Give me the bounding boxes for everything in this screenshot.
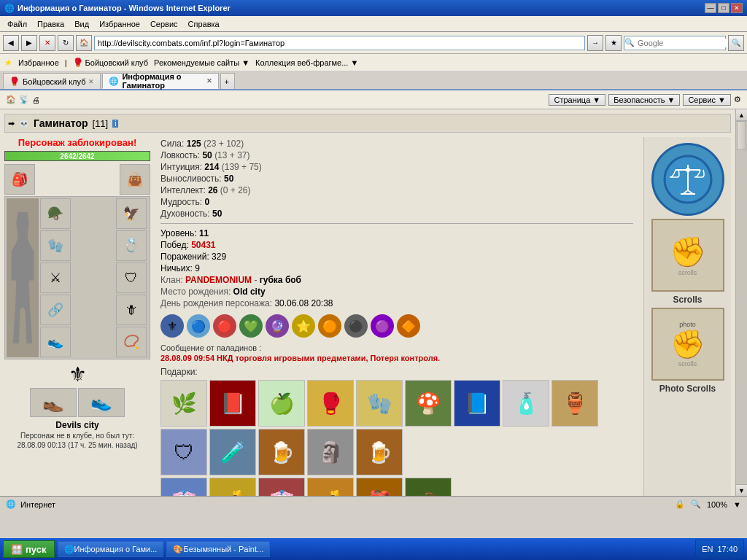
nav-right: Страница ▼ Безопасность ▼ Сервис ▼ ⚙ xyxy=(549,94,741,106)
scrollbar[interactable]: ▲ ▼ xyxy=(735,109,747,496)
photo-scrolls-icon: ✊ xyxy=(670,328,705,360)
fav-button[interactable]: ★ xyxy=(605,35,622,51)
scroll-thumb[interactable] xyxy=(737,121,746,150)
language-indicator: EN xyxy=(702,545,713,553)
clan-emblem-circle[interactable] xyxy=(651,143,724,216)
equipment-slot-ring[interactable]: 💍 xyxy=(116,230,147,261)
close-button[interactable]: ✕ xyxy=(731,3,743,13)
gift-16[interactable]: 👘 xyxy=(258,478,305,496)
gift-10[interactable]: 🧪 xyxy=(209,429,256,475)
nav-bar: 🏠 📡 🖨 Страница ▼ Безопасность ▼ Сервис ▼… xyxy=(0,90,747,109)
equipment-slot-wings[interactable]: 🦅 xyxy=(116,198,147,229)
gift-0[interactable]: 🌿 xyxy=(160,380,207,427)
gift-8[interactable]: 🏺 xyxy=(551,380,598,427)
maximize-button[interactable]: □ xyxy=(718,3,729,13)
badge-6[interactable]: 🟠 xyxy=(318,314,341,338)
badge-0[interactable]: ⚜ xyxy=(160,314,184,338)
gift-11[interactable]: 🍺 xyxy=(258,429,305,475)
gift-9[interactable]: 🛡 xyxy=(160,429,207,475)
menu-service[interactable]: Сервис xyxy=(146,18,182,30)
stop-button[interactable]: ✕ xyxy=(39,35,55,51)
search-box[interactable]: 🔍 xyxy=(624,36,726,50)
go-button[interactable]: → xyxy=(587,35,603,51)
gift-12[interactable]: 🗿 xyxy=(307,429,354,475)
equipment-slot-bag2[interactable]: 👜 xyxy=(120,164,150,195)
start-button[interactable]: 🪟 пуск xyxy=(3,540,55,558)
gift-7[interactable]: 🧴 xyxy=(503,380,549,427)
gift-17[interactable]: 💰 xyxy=(307,478,354,496)
menu-view[interactable]: Вид xyxy=(70,18,93,30)
equipment-slot-helm[interactable]: 🪖 xyxy=(40,198,71,229)
photo-scrolls-box[interactable]: photo ✊ scrolls xyxy=(651,308,724,381)
tab-profile[interactable]: 🌐 Информация о Гаминатор ✕ xyxy=(102,73,219,89)
address-bar[interactable] xyxy=(94,36,585,50)
equipment-slot-shoe-r[interactable]: 👟 xyxy=(78,388,125,417)
window-controls[interactable]: — □ ✕ xyxy=(705,3,743,13)
service-nav-button[interactable]: Сервис ▼ xyxy=(683,94,731,106)
fav-club-label: Бойцовский клуб xyxy=(85,58,148,67)
clan-name[interactable]: PANDEMONIUM xyxy=(185,275,252,285)
fav-item-club[interactable]: 🥊 Бойцовский клуб xyxy=(73,58,148,67)
fav-item-collection[interactable]: Коллекция веб-фрагме... ▼ xyxy=(255,58,358,67)
badge-5[interactable]: ⭐ xyxy=(292,314,315,338)
equipment-slot-amulet[interactable]: 📿 xyxy=(116,327,147,357)
tab-profile-close[interactable]: ✕ xyxy=(206,77,212,85)
search-input[interactable] xyxy=(635,39,741,47)
gift-19[interactable]: 💼 xyxy=(405,478,452,496)
scroll-container[interactable]: ➡ 💀 Гаминатор [11] i Персонаж заблокиров… xyxy=(0,109,735,496)
fav-item-izbranoe[interactable]: Избранное xyxy=(18,58,59,67)
badge-4[interactable]: 🔮 xyxy=(266,314,289,338)
equipment-slot-bag1[interactable]: 🎒 xyxy=(4,164,35,195)
gift-6[interactable]: 📘 xyxy=(454,380,500,427)
avatar-center xyxy=(7,198,39,357)
gift-1[interactable]: 📕 xyxy=(209,380,256,427)
equipment-slot-boots[interactable]: 👟 xyxy=(40,327,71,357)
badge-2[interactable]: 🔴 xyxy=(213,314,236,338)
page-nav-button[interactable]: Страница ▼ xyxy=(549,94,605,106)
menu-file[interactable]: Файл xyxy=(3,18,31,30)
equipment-slot-belt[interactable]: 🔗 xyxy=(40,295,71,325)
menu-edit[interactable]: Правка xyxy=(33,18,69,30)
refresh-button[interactable]: ↻ xyxy=(58,35,74,51)
badge-1[interactable]: 🔵 xyxy=(187,314,210,338)
gift-15[interactable]: 💰 xyxy=(209,478,256,496)
equipment-slot-offhand[interactable]: 🗡 xyxy=(116,295,147,325)
tab-club[interactable]: 🥊 Бойцовский клуб ✕ xyxy=(3,73,101,89)
badge-8[interactable]: 🟣 xyxy=(371,314,394,338)
scroll-down-button[interactable]: ▼ xyxy=(736,484,747,496)
stat-strength: Сила: 125 (23 + 102) xyxy=(160,139,633,149)
equipment-slot-armor[interactable]: 🛡 xyxy=(116,262,147,293)
gift-14[interactable]: 👘 xyxy=(160,478,207,496)
gift-13[interactable]: 🍺 xyxy=(356,429,403,475)
zoom-dropdown[interactable]: ▼ xyxy=(733,500,741,509)
minimize-button[interactable]: — xyxy=(705,3,716,13)
menu-favorites[interactable]: Избранное xyxy=(95,18,144,30)
gift-4[interactable]: 🧤 xyxy=(356,380,403,427)
search-go-button[interactable]: 🔍 xyxy=(728,35,744,51)
taskbar-label-1: Безымянный - Paint... xyxy=(183,545,263,553)
badge-7[interactable]: ⚫ xyxy=(344,314,368,338)
badge-9[interactable]: 🔶 xyxy=(397,314,420,338)
gift-3[interactable]: 🥊 xyxy=(307,380,354,427)
scroll-up-button[interactable]: ▲ xyxy=(736,109,747,121)
tab-club-close[interactable]: ✕ xyxy=(88,78,94,85)
equipment-slot-weapon[interactable]: ⚔ xyxy=(40,262,71,293)
taskbar-item-0[interactable]: 🌐 Информация о Гами... xyxy=(58,541,164,557)
gift-2[interactable]: 🍏 xyxy=(258,380,305,427)
taskbar-item-1[interactable]: 🎨 Безымянный - Paint... xyxy=(166,541,270,557)
tab-new[interactable]: + xyxy=(220,73,235,89)
address-input[interactable] xyxy=(98,39,581,47)
badge-3[interactable]: 💚 xyxy=(239,314,263,338)
home-button[interactable]: 🏠 xyxy=(76,35,92,51)
equipment-slot-shoe-l[interactable]: 👞 xyxy=(30,388,77,417)
menu-help[interactable]: Справка xyxy=(184,18,224,30)
gift-18[interactable]: 🎒 xyxy=(356,478,403,496)
security-nav-button[interactable]: Безопасность ▼ xyxy=(608,94,680,106)
scrolls-box[interactable]: ✊ scrolls xyxy=(651,219,724,292)
fav-item-recommended[interactable]: Рекомендуемые сайты ▼ xyxy=(154,58,249,67)
equipment-slot-gloves[interactable]: 🧤 xyxy=(40,230,71,261)
info-icon[interactable]: i xyxy=(112,120,118,128)
forward-button[interactable]: ▶ xyxy=(21,35,37,51)
back-button[interactable]: ◀ xyxy=(3,35,19,51)
gift-5[interactable]: 🍄 xyxy=(405,380,452,427)
